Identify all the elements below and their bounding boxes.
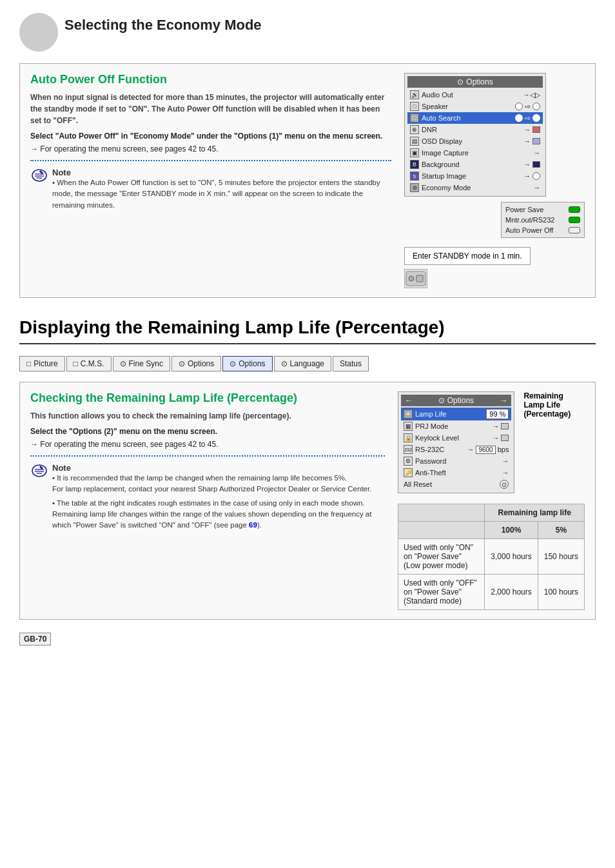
svg-point-0 — [32, 170, 46, 181]
options-menu2-title: ← ⊙ Options → — [401, 395, 511, 406]
nav-tabs: □ Picture □ C.M.S. ⊙ Fine Sync ⊙ Options… — [19, 356, 596, 371]
page-title: Selecting the Economy Mode — [64, 13, 262, 34]
options2-tab-label: Options — [239, 359, 265, 368]
audio-out-icon: 🔊 — [410, 90, 419, 99]
section1-arrow-note: → For operating the menu screen, see pag… — [30, 144, 391, 153]
cms-tab-label: C.M.S. — [81, 359, 104, 368]
note-pencil-icon — [32, 169, 47, 182]
keylock-icon: 🔒 — [404, 433, 413, 442]
page-footer: GB-70 — [19, 633, 596, 646]
section2-body: This function allows you to check the re… — [30, 410, 385, 422]
table-cell-standard-100: 2,000 hours — [485, 575, 538, 610]
dotted-divider — [30, 160, 391, 161]
anti-theft-icon: 🔑 — [404, 468, 413, 477]
section1-left: Auto Power Off Function When no input si… — [30, 73, 391, 288]
finesync-tab-label: Fine Sync — [129, 359, 163, 368]
rs232-icon: 232 — [404, 445, 413, 454]
note-bullet-2: The table at the right indicates rough e… — [52, 498, 385, 531]
tab-cms[interactable]: □ C.M.S. — [66, 356, 112, 371]
note-content: When the Auto Power Off function is set … — [52, 177, 391, 211]
table-cell-low-power-label: Used with only "ON"on "Power Save"(Low p… — [398, 539, 485, 575]
table-row-low-power: Used with only "ON"on "Power Save"(Low p… — [398, 539, 585, 575]
power-save-toggle — [569, 206, 580, 213]
tab-picture[interactable]: □ Picture — [19, 356, 65, 371]
title-circle-decoration — [19, 13, 58, 52]
table-cell-low-power-5: 150 hours — [538, 539, 584, 575]
lamp-life-icon: ☀ — [404, 409, 413, 419]
menu2-row-prj-mode: ▦ PRJ Mode → — [401, 420, 511, 432]
table-subheader-empty — [398, 522, 485, 539]
lamp-life-value: 99 % — [486, 409, 509, 419]
table-header-empty — [398, 504, 485, 522]
osd-icon: ▤ — [410, 137, 419, 146]
startup-icon: S — [410, 172, 419, 181]
note-pencil-icon-2 — [32, 464, 47, 477]
svg-point-7 — [32, 465, 46, 477]
table-cell-low-power-100: 3,000 hours — [485, 539, 538, 575]
menu2-row-password: ⚙ Password → — [401, 455, 511, 467]
standby-icon — [404, 269, 427, 288]
lamp-life-section: Checking the Remaining Lamp Life (Percen… — [19, 382, 596, 620]
note-content-area-2: Note It is recommended that the lamp be … — [52, 463, 385, 533]
section1-body: When no input signal is detected for mor… — [30, 92, 391, 126]
auto-power-off-row: Auto Power Off — [505, 225, 580, 235]
menu-row-dnr: ⊗ DNR → — [407, 124, 543, 135]
tab-options1[interactable]: ⊙ Options — [171, 356, 221, 371]
svg-point-5 — [409, 276, 414, 281]
table-header-remaining: Remaining lamp life — [485, 504, 585, 522]
options1-tab-icon: ⊙ — [179, 359, 185, 368]
language-tab-icon: ⊙ — [281, 359, 288, 368]
note-bullet-1: It is recommended that the lamp be chang… — [52, 473, 385, 495]
table-cell-standard-5: 100 hours — [538, 575, 584, 610]
background-icon: B — [410, 160, 419, 169]
options-icon-1: ⊙ — [457, 77, 464, 86]
auto-search-icon: □ — [410, 113, 419, 123]
section2-right: ← ⊙ Options → ☀ Lamp Life 99 % — [398, 391, 585, 610]
page-title-area: Selecting the Economy Mode — [19, 13, 596, 52]
section2-left: Checking the Remaining Lamp Life (Percen… — [30, 391, 385, 610]
section2-title-section: Displaying the Remaining Lamp Life (Perc… — [19, 317, 596, 344]
table-cell-standard-label: Used with only "OFF"on "Power Save"(Stan… — [398, 575, 485, 610]
status-tab-label: Status — [340, 359, 362, 368]
menu-row-audio-out: 🔊 Audio Out →◁▷ — [407, 89, 543, 101]
power-save-submenu: Power Save Mntr.out/RS232 Auto Power Off — [501, 202, 585, 238]
menu2-row-rs232: 232 RS-232C →9600 bps — [401, 444, 511, 455]
section1-instruction: Select "Auto Power Off" in "Economy Mode… — [30, 130, 391, 142]
all-reset-circle-icon: ⊙ — [500, 480, 509, 489]
projector-standby-svg — [405, 269, 427, 288]
page-number: GB-70 — [19, 633, 51, 646]
language-tab-label: Language — [290, 359, 324, 368]
menu-row-image-capture: ▣ Image Capture → — [407, 147, 543, 159]
note-icon-2 — [30, 463, 48, 478]
table-subheader-100: 100% — [485, 522, 538, 539]
section2-instruction: Select the "Options (2)" menu on the men… — [30, 426, 385, 437]
table-subheader-5: 5% — [538, 522, 584, 539]
options-menu-2: ← ⊙ Options → ☀ Lamp Life 99 % — [398, 391, 514, 493]
mntr-rs232-toggle — [569, 217, 580, 223]
note-icon — [30, 168, 48, 183]
tab-status[interactable]: Status — [333, 356, 369, 371]
options1-tab-label: Options — [188, 359, 214, 368]
menu2-row-anti-theft: 🔑 Anti-Theft → — [401, 467, 511, 478]
section2-heading: Checking the Remaining Lamp Life (Percen… — [30, 391, 385, 405]
picture-tab-label: Picture — [34, 359, 57, 368]
menu-row-auto-search: □ Auto Search ⇨ — [407, 112, 543, 124]
section1-right: ⊙ Options 🔊 Audio Out →◁▷ □ Speaker ⇨ — [404, 73, 585, 288]
note-area: Note When the Auto Power Off function is… — [30, 168, 391, 213]
tab-finesync[interactable]: ⊙ Fine Sync — [113, 356, 170, 371]
arrow-right-icon: → — [500, 396, 507, 405]
menu-row-economy-mode: ⚙ Economy Mode → — [407, 182, 543, 193]
capture-icon: ▣ — [410, 148, 419, 157]
tab-language[interactable]: ⊙ Language — [274, 356, 331, 371]
tab-options2[interactable]: ⊙ Options — [222, 356, 272, 371]
speaker-icon: □ — [410, 102, 419, 111]
note-label: Note — [52, 168, 391, 177]
menu-row-background: B Background → — [407, 159, 543, 170]
menu-row-startup: S Startup Image → — [407, 170, 543, 182]
auto-power-off-section: Auto Power Off Function When no input si… — [19, 63, 596, 298]
note-bullets-2: It is recommended that the lamp be chang… — [52, 473, 385, 531]
picture-tab-icon: □ — [26, 359, 31, 368]
menu-row-osd: ▤ OSD Display → — [407, 135, 543, 147]
menu2-row-lamp-life: ☀ Lamp Life 99 % — [401, 408, 511, 420]
dnr-icon: ⊗ — [410, 125, 419, 134]
